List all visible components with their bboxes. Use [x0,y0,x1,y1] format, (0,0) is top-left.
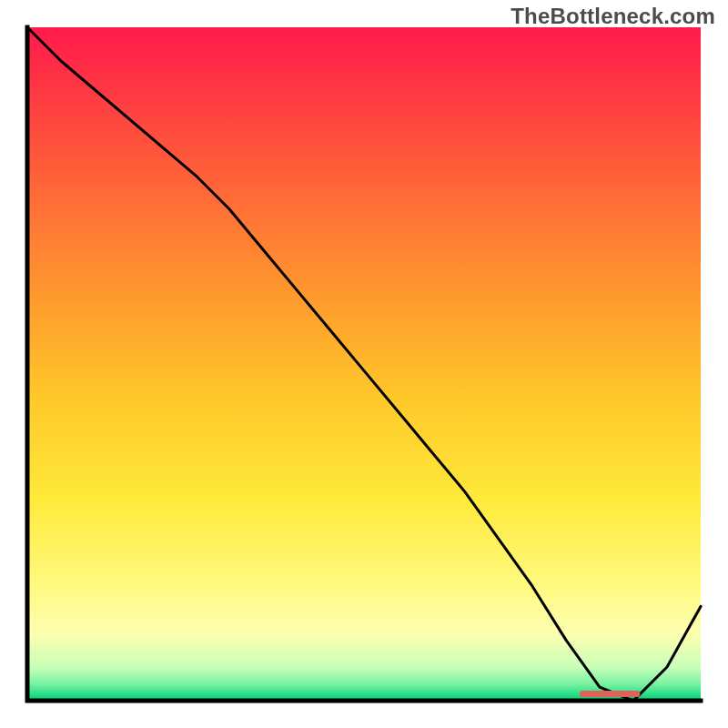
watermark-text: TheBottleneck.com [511,4,715,29]
plot-background [27,27,701,701]
chart-svg [0,0,728,728]
optimal-marker [580,691,641,697]
chart-root: TheBottleneck.com [0,0,728,728]
